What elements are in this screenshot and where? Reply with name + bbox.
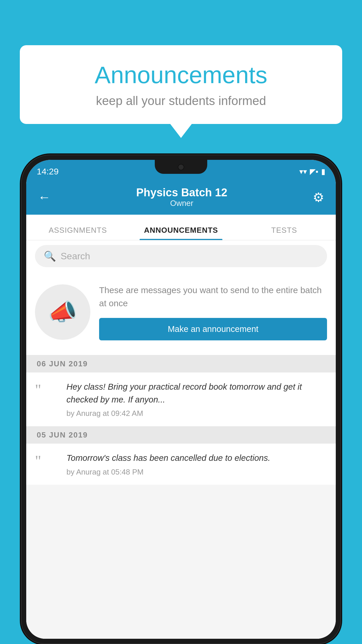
search-icon: 🔍 bbox=[44, 250, 56, 262]
app-header: ← Physics Batch 12 Owner ⚙ bbox=[26, 180, 336, 215]
phone-frame: 14:29 ▾▾ ◤▪ ▮ ← Physics Batch 12 Owner ⚙ bbox=[21, 155, 341, 644]
date-separator-1: 06 JUN 2019 bbox=[26, 355, 336, 372]
announcement-prompt-right: These are messages you want to send to t… bbox=[99, 284, 327, 340]
phone-notch bbox=[155, 160, 207, 174]
speech-bubble: Announcements keep all your students inf… bbox=[20, 45, 342, 124]
search-placeholder: Search bbox=[61, 251, 90, 262]
speech-bubble-section: Announcements keep all your students inf… bbox=[20, 45, 342, 124]
megaphone-circle: 📣 bbox=[35, 284, 90, 340]
tab-announcements[interactable]: ANNOUNCEMENTS bbox=[129, 226, 233, 240]
speech-bubble-subtitle: keep all your students informed bbox=[37, 94, 325, 108]
signal-icon: ◤▪ bbox=[310, 167, 318, 176]
announcement-meta-2: by Anurag at 05:48 PM bbox=[66, 468, 327, 477]
megaphone-icon: 📣 bbox=[48, 298, 77, 326]
batch-title: Physics Batch 12 bbox=[136, 186, 227, 199]
tab-tests[interactable]: TESTS bbox=[233, 226, 336, 240]
announcement-prompt: 📣 These are messages you want to send to… bbox=[26, 272, 336, 355]
announcement-content-1: Hey class! Bring your practical record b… bbox=[66, 381, 327, 418]
back-button[interactable]: ← bbox=[38, 190, 51, 204]
speech-bubble-title: Announcements bbox=[37, 61, 325, 89]
search-bar-container: 🔍 Search bbox=[26, 240, 336, 272]
quote-icon-1: " bbox=[35, 382, 41, 398]
announcement-meta-1: by Anurag at 09:42 AM bbox=[66, 409, 327, 418]
tab-assignments[interactable]: ASSIGNMENTS bbox=[26, 226, 129, 240]
make-announcement-button[interactable]: Make an announcement bbox=[99, 318, 327, 340]
announcement-text-1: Hey class! Bring your practical record b… bbox=[66, 381, 327, 406]
phone-screen: 14:29 ▾▾ ◤▪ ▮ ← Physics Batch 12 Owner ⚙ bbox=[26, 160, 336, 639]
quote-icon-container-2: " bbox=[35, 452, 58, 469]
header-title-section: Physics Batch 12 Owner bbox=[136, 186, 227, 208]
quote-icon-container-1: " bbox=[35, 381, 58, 398]
batch-subtitle: Owner bbox=[136, 199, 227, 208]
quote-icon-2: " bbox=[35, 453, 41, 469]
announcement-item-1: " Hey class! Bring your practical record… bbox=[26, 372, 336, 426]
tabs-bar: ASSIGNMENTS ANNOUNCEMENTS TESTS bbox=[26, 215, 336, 240]
announcement-prompt-text: These are messages you want to send to t… bbox=[99, 284, 327, 310]
status-time: 14:29 bbox=[37, 167, 59, 176]
content-area: 🔍 Search 📣 These are messages you want t… bbox=[26, 240, 336, 639]
status-icons: ▾▾ ◤▪ ▮ bbox=[299, 167, 325, 176]
battery-icon: ▮ bbox=[321, 167, 325, 176]
settings-icon[interactable]: ⚙ bbox=[313, 190, 324, 205]
announcement-item-2: " Tomorrow's class has been cancelled du… bbox=[26, 444, 336, 485]
date-separator-2: 05 JUN 2019 bbox=[26, 426, 336, 444]
phone-camera bbox=[178, 164, 184, 170]
announcement-text-2: Tomorrow's class has been cancelled due … bbox=[66, 452, 327, 465]
search-bar[interactable]: 🔍 Search bbox=[35, 245, 327, 267]
wifi-icon: ▾▾ bbox=[299, 167, 307, 176]
announcement-content-2: Tomorrow's class has been cancelled due … bbox=[66, 452, 327, 477]
